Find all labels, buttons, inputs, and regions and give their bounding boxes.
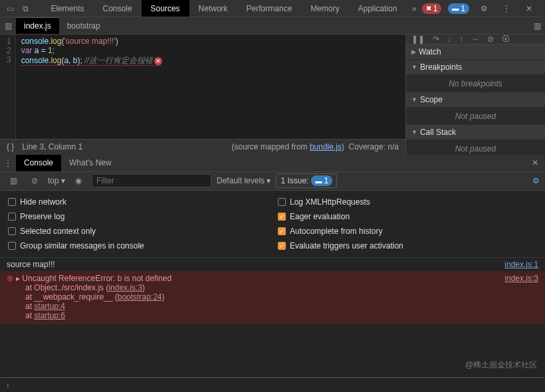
code-editor[interactable]: 123 console.log('source map!!!') var a =… — [0, 35, 405, 139]
inspect-icon[interactable]: ▭ — [5, 3, 15, 14]
stack-link[interactable]: bootstrap:24 — [118, 292, 162, 302]
device-icon[interactable]: ⧉ — [21, 3, 31, 14]
drawer-tabs: ⋮ ConsoleWhat's New ✕ — [0, 155, 545, 172]
checkbox[interactable]: ✓ — [278, 227, 286, 235]
main-toolbar: ▭ ⧉ ElementsConsoleSourcesNetworkPerform… — [0, 0, 545, 17]
toggle-pane-icon[interactable]: ▥ — [532, 21, 542, 31]
section-header[interactable]: ▼Call Stack — [406, 125, 545, 140]
filter-input[interactable] — [92, 174, 211, 187]
drawer-tab[interactable]: Console — [16, 155, 61, 171]
checkbox[interactable] — [8, 227, 16, 235]
debugger-controls: ❚❚ ↷ ↓ ↑ → ⊘ ⦿ — [406, 35, 545, 45]
stack-link[interactable]: startup:4 — [34, 302, 65, 311]
checkbox[interactable]: ✓ — [278, 242, 286, 250]
console-settings-icon[interactable]: ⚙ — [532, 176, 540, 185]
debugger-panel: ❚❚ ↷ ↓ ↑ → ⊘ ⦿ ▶Watch▼BreakpointsNo brea… — [405, 35, 545, 155]
tab-console[interactable]: Console — [94, 0, 142, 17]
watermark: @稀土掘金技术社区 — [465, 359, 537, 371]
close-drawer-icon[interactable]: ✕ — [525, 158, 545, 167]
section-header[interactable]: ▼Scope — [406, 92, 545, 108]
console-option[interactable]: ✓Evaluate triggers user activation — [272, 239, 542, 253]
drawer-menu-icon[interactable]: ⋮ — [3, 157, 13, 168]
tab-performance[interactable]: Performance — [237, 0, 302, 17]
step-icon[interactable]: → — [471, 35, 479, 44]
step-over-icon[interactable]: ↷ — [433, 35, 439, 44]
gear-icon[interactable]: ⚙ — [479, 3, 489, 14]
tab-sources[interactable]: Sources — [142, 0, 189, 17]
checkbox[interactable] — [8, 242, 16, 250]
panel-tabs: ElementsConsoleSourcesNetworkPerformance… — [42, 0, 407, 17]
console-option[interactable]: Hide network — [3, 195, 272, 209]
console-settings: Hide networkLog XMLHttpRequestsPreserve … — [0, 191, 545, 258]
console-option[interactable]: ✓Autocomplete from history — [272, 224, 542, 239]
log-message: source map!!!index.js:1 — [0, 258, 545, 271]
console-option[interactable]: ✓Eager evaluation — [272, 209, 542, 224]
tab-elements[interactable]: Elements — [42, 0, 94, 17]
clear-console-icon[interactable]: ⊘ — [29, 175, 40, 186]
issues-counter[interactable]: 1 Issue: ▬ 1 — [276, 173, 337, 188]
console-option[interactable]: Preserve log — [3, 209, 272, 224]
section-header[interactable]: ▶Watch — [406, 45, 545, 60]
more-tabs-icon[interactable]: » — [409, 3, 419, 14]
checkbox[interactable] — [8, 198, 16, 206]
error-src-link[interactable]: index.js:3 — [504, 274, 538, 283]
deactivate-bp-icon[interactable]: ⊘ — [487, 35, 494, 44]
pretty-print-icon[interactable]: { } — [7, 142, 14, 151]
checkbox[interactable] — [278, 198, 286, 206]
stack-link[interactable]: startup:6 — [34, 311, 65, 320]
log-src-link[interactable]: index.js:1 — [504, 260, 538, 269]
console-option[interactable]: Selected context only — [3, 224, 272, 239]
live-expr-icon[interactable]: ◉ — [73, 175, 84, 186]
console-sidebar-icon[interactable]: ▥ — [8, 175, 19, 186]
close-icon[interactable]: ✕ — [524, 3, 534, 14]
toolbar-right: ✖ 1 ▬ 1 ⚙ ⋮ ✕ — [422, 3, 542, 14]
step-out-icon[interactable]: ↑ — [459, 35, 463, 44]
navigator-toggle-icon[interactable]: ▥ — [3, 21, 13, 31]
console-option[interactable]: Group similar messages in console — [3, 239, 272, 253]
editor-status: { }Line 3, Column 1 (source mapped from … — [0, 139, 405, 155]
levels-select[interactable]: Default levels ▾ — [217, 176, 271, 185]
file-tab[interactable]: index.js — [16, 17, 59, 34]
error-marker-icon[interactable]: ✕ — [154, 57, 162, 65]
console-controls: ▥ ⊘ top ▾ ◉ Default levels ▾ 1 Issue: ▬ … — [0, 172, 545, 191]
console-output: source map!!!index.js:1 ⊗▸ Uncaught Refe… — [0, 258, 545, 378]
pause-icon[interactable]: ❚❚ — [411, 35, 425, 44]
issues-badge[interactable]: ▬ 1 — [448, 3, 469, 14]
checkbox[interactable] — [8, 213, 16, 221]
line-gutter: 123 — [0, 35, 16, 139]
file-tabbar: ▥ index.jsbootstrap ▥ — [0, 17, 545, 35]
section-header[interactable]: ▼Breakpoints — [406, 60, 545, 75]
tab-application[interactable]: Application — [349, 0, 407, 17]
error-message: ⊗▸ Uncaught ReferenceError: b is not def… — [0, 271, 545, 324]
error-icon: ⊗ — [7, 274, 13, 283]
tab-network[interactable]: Network — [189, 0, 237, 17]
context-select[interactable]: top ▾ — [48, 176, 65, 185]
file-tab[interactable]: bootstrap — [59, 17, 108, 34]
step-into-icon[interactable]: ↓ — [447, 35, 451, 44]
stack-link[interactable]: index.js:3 — [108, 283, 142, 292]
kebab-icon[interactable]: ⋮ — [501, 3, 512, 14]
checkbox[interactable]: ✓ — [278, 213, 286, 221]
tab-memory[interactable]: Memory — [301, 0, 348, 17]
sourcemap-link[interactable]: bundle.js — [310, 142, 342, 151]
console-prompt[interactable]: › — [0, 377, 545, 392]
cursor-pos: Line 3, Column 1 — [22, 142, 82, 151]
pause-exc-icon[interactable]: ⦿ — [502, 35, 510, 44]
drawer-tab[interactable]: What's New — [61, 155, 120, 171]
error-badge[interactable]: ✖ 1 — [422, 3, 442, 14]
console-option[interactable]: Log XMLHttpRequests — [272, 195, 542, 209]
